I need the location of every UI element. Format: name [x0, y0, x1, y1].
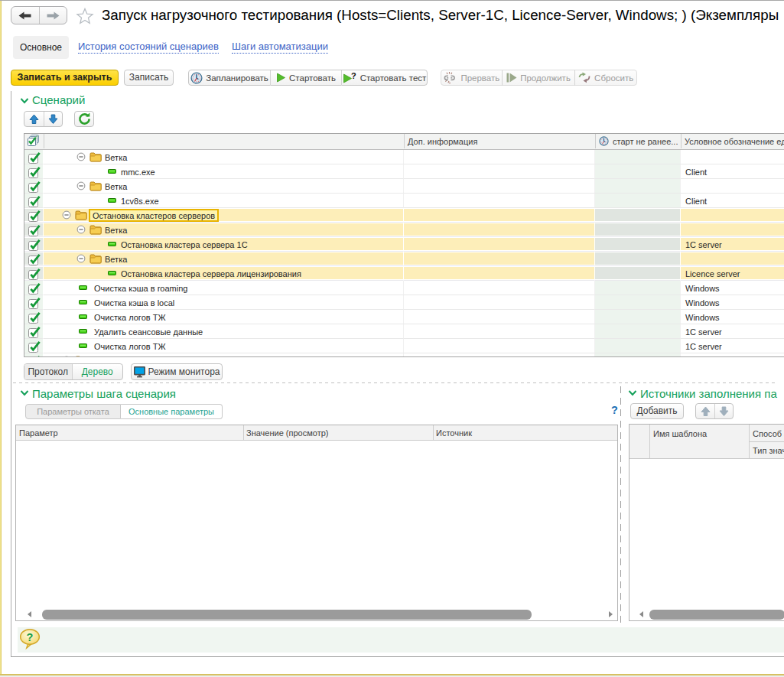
- svg-text:?: ?: [351, 72, 356, 80]
- svg-text:?: ?: [27, 631, 34, 643]
